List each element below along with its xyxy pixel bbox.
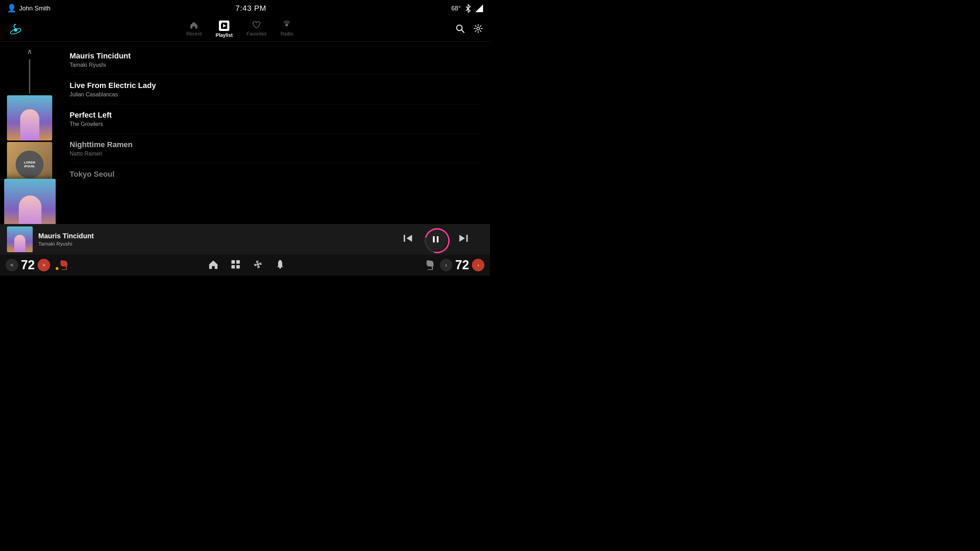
- svg-point-6: [286, 24, 288, 26]
- heated-seat-left-icon: [56, 259, 68, 271]
- bell-nav-button[interactable]: [275, 259, 286, 272]
- now-playing-bar: Mauris Tincidunt Tamaki Ryushi: [0, 224, 490, 255]
- temp-right-prev-button[interactable]: ‹: [440, 259, 452, 272]
- svg-rect-16: [231, 260, 235, 264]
- now-playing-controls: [402, 228, 469, 251]
- skip-next-icon: [458, 233, 469, 244]
- apps-grid-icon: [230, 259, 241, 270]
- bottom-left-controls: < 72 >: [6, 258, 68, 272]
- heated-seat-right-icon: [425, 259, 434, 271]
- bottom-center-nav: [208, 259, 286, 272]
- song-title-1: Mauris Tincidunt: [70, 51, 480, 60]
- svg-line-8: [461, 30, 464, 33]
- svg-marker-0: [476, 5, 483, 12]
- svg-rect-5: [221, 22, 222, 24]
- home-nav-button[interactable]: [208, 259, 219, 272]
- song-item-2[interactable]: Live From Electric Lady Julian Casablanc…: [70, 75, 480, 104]
- temperature-display: 68°: [451, 5, 461, 12]
- temp-left-next-button[interactable]: >: [38, 259, 50, 272]
- playlist-icon: [220, 22, 228, 30]
- svg-rect-10: [404, 235, 405, 242]
- tab-playlist[interactable]: Playlist: [216, 21, 233, 38]
- svg-point-7: [457, 25, 462, 30]
- bell-icon: [275, 259, 286, 270]
- next-left-label: >: [43, 262, 45, 268]
- skip-next-button[interactable]: [458, 233, 469, 246]
- skip-prev-icon: [402, 233, 414, 244]
- fan-nav-button[interactable]: [252, 259, 263, 272]
- song-item-1[interactable]: Mauris Tincidunt Tamaki Ryushi: [70, 45, 480, 75]
- tab-radio[interactable]: Radio: [280, 21, 293, 38]
- song-title-5: Tokyo Seoul: [70, 170, 480, 179]
- logo-icon: [8, 22, 23, 37]
- tab-recent[interactable]: Recent: [186, 21, 202, 38]
- search-icon: [455, 24, 465, 33]
- temp-left-value: 72: [21, 258, 35, 272]
- song-title-4: Nighttime Ramen: [70, 140, 480, 149]
- home-nav-icon: [208, 259, 219, 270]
- song-item-4[interactable]: Nighttime Ramen Natto Ramen: [70, 134, 480, 164]
- album-thumb-1[interactable]: [7, 95, 52, 141]
- now-playing-album-art: [7, 227, 33, 252]
- nav-actions: [455, 24, 483, 35]
- settings-button[interactable]: [473, 24, 483, 35]
- nav-bar: Recent Playlist Favorites: [0, 17, 490, 42]
- home-icon: [189, 21, 198, 30]
- bottom-bar: < 72 >: [0, 255, 490, 275]
- tab-favorites-label: Favorites: [247, 31, 267, 37]
- svg-point-9: [477, 27, 480, 30]
- svg-rect-21: [279, 267, 281, 268]
- now-playing-title: Mauris Tincidunt: [38, 232, 397, 240]
- nav-tabs: Recent Playlist Favorites: [24, 21, 455, 38]
- now-playing-info: Mauris Tincidunt Tamaki Ryushi: [38, 232, 397, 247]
- status-time: 7:43 PM: [235, 4, 266, 13]
- prev-right-label: ‹: [445, 262, 447, 268]
- svg-rect-18: [231, 265, 235, 268]
- svg-marker-11: [406, 235, 412, 242]
- song-list: Mauris Tincidunt Tamaki Ryushi Live From…: [59, 42, 490, 255]
- radio-icon: [282, 21, 291, 30]
- skip-prev-button[interactable]: [402, 233, 414, 246]
- now-playing-artist: Tamaki Ryushi: [38, 241, 397, 247]
- svg-point-20: [257, 263, 259, 265]
- scroll-up-button[interactable]: ∧: [25, 45, 35, 58]
- status-left: 👤 John Smith: [7, 4, 51, 13]
- svg-rect-14: [466, 235, 468, 242]
- search-button[interactable]: [455, 24, 465, 35]
- seat-icon-right: [425, 259, 434, 271]
- song-artist-1: Tamaki Ryushi: [70, 62, 480, 68]
- svg-marker-15: [460, 235, 465, 242]
- bottom-right-controls: ‹ 72 ›: [425, 258, 484, 272]
- app-logo[interactable]: [7, 22, 24, 37]
- username: John Smith: [19, 5, 51, 12]
- now-playing-sidebar-overlay: [4, 179, 56, 230]
- seat-icon-left: [59, 259, 68, 271]
- song-artist-4: Natto Ramen: [70, 151, 480, 157]
- song-artist-2: Julian Casablancas: [70, 92, 480, 98]
- song-item-3[interactable]: Perfect Left The Growlers: [70, 104, 480, 134]
- song-title-3: Perfect Left: [70, 111, 480, 120]
- status-right: 68°: [451, 4, 483, 13]
- svg-rect-17: [236, 260, 240, 264]
- tab-playlist-label: Playlist: [216, 32, 233, 38]
- settings-icon: [473, 24, 483, 33]
- song-item-5[interactable]: Tokyo Seoul: [70, 164, 480, 187]
- fan-icon: [252, 259, 263, 270]
- apps-nav-button[interactable]: [230, 259, 241, 272]
- signal-icon: [476, 5, 483, 12]
- tab-favorites[interactable]: Favorites: [247, 21, 267, 38]
- favorites-icon: [252, 21, 261, 30]
- main-content: ∧ LOREMIPSUM. coLor ShAPE: [0, 42, 490, 255]
- temp-right-value: 72: [455, 258, 469, 272]
- tab-radio-label: Radio: [280, 31, 293, 37]
- tab-recent-label: Recent: [186, 31, 202, 37]
- pause-button[interactable]: [425, 228, 447, 251]
- svg-rect-19: [236, 265, 240, 268]
- status-bar: 👤 John Smith 7:43 PM 68°: [0, 0, 490, 17]
- bluetooth-icon: [465, 4, 471, 13]
- prev-left-label: <: [10, 262, 13, 268]
- temp-right-next-button[interactable]: ›: [472, 259, 484, 272]
- user-icon: 👤: [7, 4, 16, 13]
- next-right-label: ›: [477, 262, 479, 268]
- temp-left-prev-button[interactable]: <: [6, 259, 18, 272]
